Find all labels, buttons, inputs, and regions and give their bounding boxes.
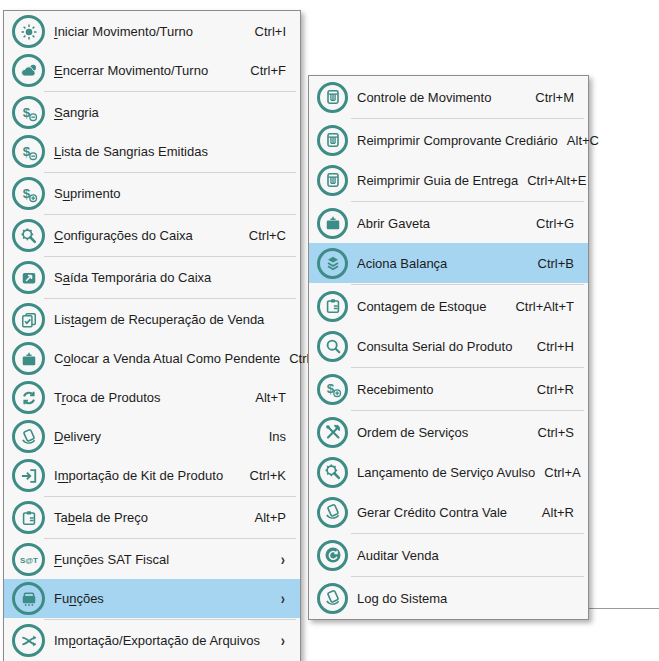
clipboard-icon xyxy=(12,501,45,534)
menu-item-consulta-serial-do-produto[interactable]: Consulta Serial do Produto Ctrl+H xyxy=(309,326,588,366)
menu-item-shortcut: Alt+R xyxy=(542,505,574,520)
menu-separator xyxy=(44,214,296,215)
sun-icon xyxy=(12,15,45,48)
menu-item-shortcut: Ctrl+Alt+T xyxy=(515,299,574,314)
dollar-plus-icon xyxy=(317,374,348,405)
menu-separator xyxy=(351,118,584,119)
menu-item-shortcut: Ctrl+S xyxy=(538,425,574,440)
menu-item-label: Importação de Kit de Produto xyxy=(54,468,223,483)
menu-item-ordem-de-servicos[interactable]: Ordem de Serviços Ctrl+S xyxy=(309,412,588,452)
menu-item-label: Funções xyxy=(54,591,104,606)
gear-wrench-icon xyxy=(317,457,348,488)
menu-separator xyxy=(351,284,584,285)
menu-item-shortcut: Alt+C xyxy=(567,133,599,148)
dollar-plus-icon xyxy=(12,177,45,210)
menu-item-shortcut: Alt+T xyxy=(255,390,286,405)
menu-item-importacao-de-kit-de-produto[interactable]: Importação de Kit de Produto Ctrl+K xyxy=(4,456,300,495)
exit-icon xyxy=(12,261,45,294)
pages-check-icon xyxy=(12,303,45,336)
menu-item-gerar-credito-contra-vale[interactable]: Gerar Crédito Contra Vale Alt+R xyxy=(309,492,588,532)
menu-item-shortcut: Ctrl+A xyxy=(544,465,580,480)
menu-item-reimprimir-comprovante-crediario[interactable]: Reimprimir Comprovante Crediário Alt+C xyxy=(309,120,588,160)
menu-item-label: Saída Temporária do Caixa xyxy=(54,270,211,285)
menu-separator xyxy=(351,201,584,202)
menu-item-label: Funções SAT Fiscal xyxy=(54,552,169,567)
menu-item-recebimento[interactable]: Recebimento Ctrl+R xyxy=(309,369,588,409)
shuffle-icon xyxy=(12,624,45,657)
menu-item-contagem-de-estoque[interactable]: Contagem de Estoque Ctrl+Alt+T xyxy=(309,286,588,326)
menu-item-importacao-exportacao-de-arquivos[interactable]: Importação/Exportação de Arquivos › xyxy=(4,621,300,660)
menu-item-shortcut: Ins xyxy=(269,429,286,444)
menu-item-aciona-balanca[interactable]: Aciona Balança Ctrl+B xyxy=(309,243,588,283)
menu-item-log-do-sistema[interactable]: Log do Sistema xyxy=(309,578,588,618)
menu-separator xyxy=(44,538,296,539)
menu-item-label: Ordem de Serviços xyxy=(357,425,468,440)
submenu-arrow-icon: › xyxy=(281,632,285,649)
menu-item-suprimento[interactable]: Suprimento xyxy=(4,174,300,213)
menu-item-funcoes-sat-fiscal[interactable]: Funções SAT Fiscal › xyxy=(4,540,300,579)
cabinet-icon xyxy=(317,125,348,156)
layers-icon xyxy=(317,248,348,279)
menu-item-iniciar-movimento-turno[interactable]: Iniciar Movimento/Turno Ctrl+I xyxy=(4,12,300,51)
menu-item-shortcut: Ctrl+H xyxy=(537,339,574,354)
menu-item-label: Listagem de Recuperação de Venda xyxy=(54,312,264,327)
menu-item-label: Consulta Serial do Produto xyxy=(357,339,512,354)
menu-item-lancamento-de-servico-avulso[interactable]: Lançamento de Serviço Avulso Ctrl+A xyxy=(309,452,588,492)
menu-item-saida-temporaria-do-caixa[interactable]: Saída Temporária do Caixa xyxy=(4,258,300,297)
menu-separator xyxy=(44,298,296,299)
register-icon xyxy=(12,582,45,615)
gear-wrench-icon xyxy=(12,219,45,252)
swap-icon xyxy=(12,381,45,414)
menu-item-label: Reimprimir Comprovante Crediário xyxy=(357,133,558,148)
menu-item-label: Log do Sistema xyxy=(357,591,447,606)
menu-item-label: Tabela de Preço xyxy=(54,510,148,525)
menu-separator xyxy=(351,410,584,411)
dollar-minus-icon xyxy=(12,135,45,168)
menu-item-reimprimir-guia-de-entrega[interactable]: Reimprimir Guia de Entrega Ctrl+Alt+E xyxy=(309,160,588,200)
menu-item-funcoes[interactable]: Funções › xyxy=(4,579,300,618)
menu-item-troca-de-produtos[interactable]: Troca de Produtos Alt+T xyxy=(4,378,300,417)
menu-separator xyxy=(44,172,296,173)
refresh-icon xyxy=(317,540,348,571)
menu-separator xyxy=(351,367,584,368)
menu-item-shortcut: Ctrl+G xyxy=(536,216,574,231)
menu-item-label: Aciona Balança xyxy=(357,256,447,271)
menu-item-shortcut: Ctrl+C xyxy=(249,228,286,243)
menu-item-shortcut: Ctrl+K xyxy=(250,468,286,483)
menu-item-label: Iniciar Movimento/Turno xyxy=(54,24,193,39)
tray-icon xyxy=(12,342,45,375)
menu-item-label: Encerrar Movimento/Turno xyxy=(54,63,208,78)
dollar-minus-icon xyxy=(12,96,45,129)
funcoes-submenu: Controle de Movimento Ctrl+M Reimprimir … xyxy=(308,75,589,620)
menu-item-shortcut: Ctrl+F xyxy=(250,63,286,78)
menu-item-label: Sangria xyxy=(54,105,99,120)
hand-card-icon xyxy=(317,497,348,528)
cabinet-icon xyxy=(317,82,348,113)
menu-item-auditar-venda[interactable]: Auditar Venda xyxy=(309,535,588,575)
menu-item-label: Contagem de Estoque xyxy=(357,299,486,314)
menu-item-delivery[interactable]: Delivery Ins xyxy=(4,417,300,456)
menu-item-shortcut: Ctrl+R xyxy=(537,382,574,397)
menu-item-label: Reimprimir Guia de Entrega xyxy=(357,173,518,188)
tools-icon xyxy=(317,417,348,448)
menu-item-abrir-gaveta[interactable]: Abrir Gaveta Ctrl+G xyxy=(309,203,588,243)
menu-item-encerrar-movimento-turno[interactable]: Encerrar Movimento/Turno Ctrl+F xyxy=(4,51,300,90)
menu-item-configuracoes-do-caixa[interactable]: Configurações do Caixa Ctrl+C xyxy=(4,216,300,255)
cabinet-icon xyxy=(317,165,348,196)
menu-item-sangria[interactable]: Sangria xyxy=(4,93,300,132)
menu-item-tabela-de-preco[interactable]: Tabela de Preço Alt+P xyxy=(4,498,300,537)
menu-item-label: Lista de Sangrias Emitidas xyxy=(54,144,208,159)
menu-item-colocar-a-venda-atual-como-pendente[interactable]: Colocar a Venda Atual Como Pendente Ctrl… xyxy=(4,339,300,378)
menu-item-lista-de-sangrias-emitidas[interactable]: Lista de Sangrias Emitidas xyxy=(4,132,300,171)
menu-item-listagem-de-recuperacao-de-venda[interactable]: Listagem de Recuperação de Venda xyxy=(4,300,300,339)
import-icon xyxy=(12,459,45,492)
menu-separator xyxy=(44,91,296,92)
menu-item-controle-de-movimento[interactable]: Controle de Movimento Ctrl+M xyxy=(309,77,588,117)
menu-item-label: Delivery xyxy=(54,429,101,444)
menu-item-label: Gerar Crédito Contra Vale xyxy=(357,505,507,520)
submenu-arrow-icon: › xyxy=(281,590,285,607)
menu-separator xyxy=(351,576,584,577)
menu-item-shortcut: Ctrl+M xyxy=(535,90,574,105)
menu-item-label: Controle de Movimento xyxy=(357,90,491,105)
menu-item-label: Troca de Produtos xyxy=(54,390,161,405)
